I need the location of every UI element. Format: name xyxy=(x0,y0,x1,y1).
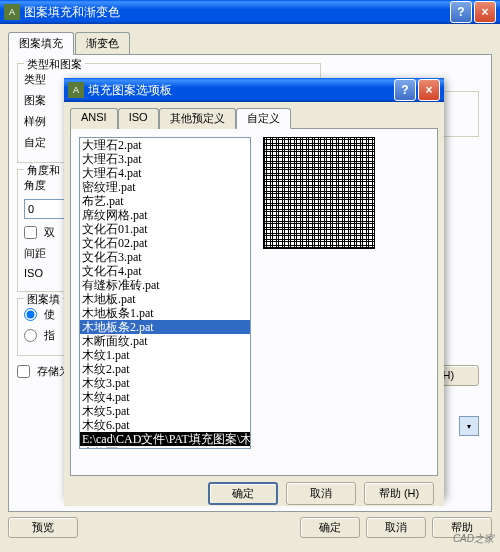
list-item[interactable]: 席纹网格.pat xyxy=(80,208,250,222)
modal-tab-ansi[interactable]: ANSI xyxy=(70,108,118,129)
use-radio[interactable] xyxy=(24,308,37,321)
modal-helpbtn[interactable]: 帮助 (H) xyxy=(364,482,434,505)
modal-tab-custom[interactable]: 自定义 xyxy=(236,108,291,129)
group-angle-title: 角度和 xyxy=(24,163,63,178)
label-double: 双 xyxy=(44,225,55,240)
modal-help-button[interactable]: ? xyxy=(394,79,416,101)
parent-ok-button[interactable]: 确定 xyxy=(300,517,360,538)
list-item[interactable]: 布艺.pat xyxy=(80,194,250,208)
list-item[interactable]: 木纹3.pat xyxy=(80,376,250,390)
list-item[interactable]: 文化石4.pat xyxy=(80,264,250,278)
list-item[interactable]: 文化石01.pat xyxy=(80,222,250,236)
modal-tab-other[interactable]: 其他预定义 xyxy=(159,108,236,129)
hatch-palette-dialog: A 填充图案选项板 ? × ANSI ISO 其他预定义 自定义 大理石2.pa… xyxy=(64,78,444,498)
group-pattern-title: 图案填 xyxy=(24,292,63,307)
list-item[interactable]: 有缝标准砖.pat xyxy=(80,278,250,292)
list-item[interactable]: 大理石3.pat xyxy=(80,152,250,166)
modal-tab-iso[interactable]: ISO xyxy=(118,108,159,129)
modal-app-icon: A xyxy=(68,82,84,98)
list-item[interactable]: 木断面纹.pat xyxy=(80,334,250,348)
list-item[interactable]: 木纹5.pat xyxy=(80,404,250,418)
pattern-listbox[interactable]: 大理石2.pat大理石3.pat大理石4.pat密纹理.pat布艺.pat席纹网… xyxy=(79,137,251,449)
parent-titlebar: A 图案填充和渐变色 ? × xyxy=(0,0,500,24)
close-button[interactable]: × xyxy=(474,1,496,23)
tab-hatch[interactable]: 图案填充 xyxy=(8,32,74,55)
list-item[interactable]: 木地板.pat xyxy=(80,292,250,306)
save-default-checkbox[interactable] xyxy=(17,365,30,378)
list-item[interactable]: 木纹2.pat xyxy=(80,362,250,376)
list-item[interactable]: 木纹面3.pat xyxy=(80,446,250,449)
pattern-preview xyxy=(263,137,375,249)
double-checkbox[interactable] xyxy=(24,226,37,239)
modal-title: 填充图案选项板 xyxy=(88,82,394,99)
assign-radio[interactable] xyxy=(24,329,37,342)
modal-close-button[interactable]: × xyxy=(418,79,440,101)
expand-icon[interactable]: ▾ xyxy=(459,416,479,436)
list-item[interactable]: 大理石4.pat xyxy=(80,166,250,180)
parent-cancel-button[interactable]: 取消 xyxy=(366,517,426,538)
list-item[interactable]: 密纹理.pat xyxy=(80,180,250,194)
app-icon: A xyxy=(4,4,20,20)
list-item[interactable]: 文化石3.pat xyxy=(80,250,250,264)
list-item[interactable]: 木纹1.pat xyxy=(80,348,250,362)
group-type-title: 类型和图案 xyxy=(24,57,85,72)
list-item[interactable]: 木纹4.pat xyxy=(80,390,250,404)
list-item[interactable]: 木地板条2.pat xyxy=(80,320,250,334)
preview-button[interactable]: 预览 xyxy=(8,517,78,538)
help-button[interactable]: ? xyxy=(450,1,472,23)
list-item[interactable]: 木地板条1.pat xyxy=(80,306,250,320)
tab-gradient[interactable]: 渐变色 xyxy=(75,32,130,55)
list-item[interactable]: 文化石02.pat xyxy=(80,236,250,250)
modal-ok-button[interactable]: 确定 xyxy=(208,482,278,505)
list-item[interactable]: 木纹6.pat xyxy=(80,418,250,432)
label-assign: 指 xyxy=(44,328,55,343)
list-item[interactable]: 大理石2.pat xyxy=(80,138,250,152)
list-item[interactable]: E:\cad\CAD文件\PAT填充图案\木纹面1.pat xyxy=(80,432,250,446)
parent-title: 图案填充和渐变色 xyxy=(24,4,450,21)
modal-cancel-button[interactable]: 取消 xyxy=(286,482,356,505)
label-use: 使 xyxy=(44,307,55,322)
watermark: CAD之家 xyxy=(453,532,494,546)
